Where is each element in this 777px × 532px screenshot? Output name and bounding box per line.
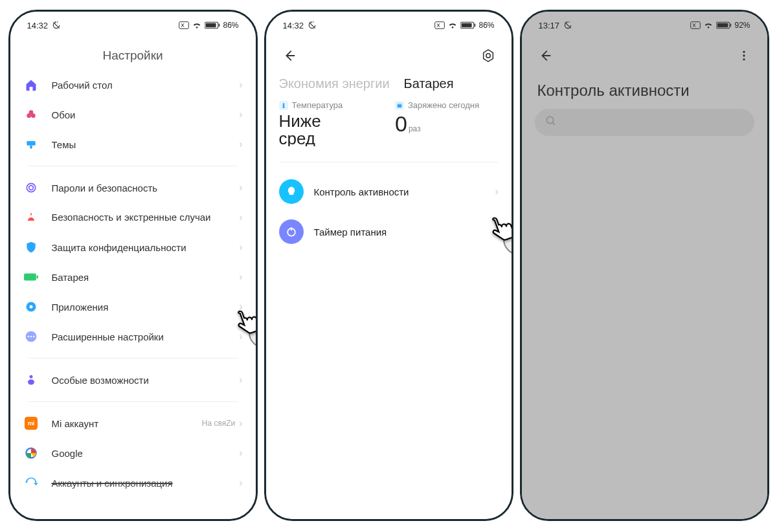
header: Настройки xyxy=(10,34,256,70)
settings-row-passwords[interactable]: Пароли и безопасность › xyxy=(17,173,249,203)
svg-rect-0 xyxy=(179,22,189,29)
status-time: 13:17 xyxy=(539,21,560,30)
wifi-icon xyxy=(703,21,714,29)
status-time: 14:32 xyxy=(27,21,49,30)
fingerprint-icon xyxy=(23,180,39,195)
svg-point-42 xyxy=(546,116,554,124)
battery-icon xyxy=(23,269,39,285)
svg-rect-38 xyxy=(730,24,732,27)
stat-unit: раз xyxy=(409,124,421,133)
svg-point-41 xyxy=(743,58,745,60)
alarm-off-icon xyxy=(308,21,317,30)
svg-rect-30 xyxy=(282,103,284,106)
wifi-icon xyxy=(192,21,202,29)
chevron-right-icon: › xyxy=(239,212,242,223)
temperature-icon xyxy=(279,101,288,110)
row-sublabel: На свяZи xyxy=(202,419,235,428)
alert-icon xyxy=(23,210,39,225)
stat-label: Заряжено сегодня xyxy=(408,100,479,110)
svg-rect-37 xyxy=(717,23,728,27)
header xyxy=(522,34,767,70)
battery-percent: 92% xyxy=(734,21,750,30)
sync-icon xyxy=(23,475,39,491)
stat-label: Температура xyxy=(292,100,343,110)
chevron-right-icon: › xyxy=(239,139,242,150)
battery-icon xyxy=(460,21,476,29)
stat-value-line1: Ниже xyxy=(279,113,383,130)
stat-value-line2: сред xyxy=(279,130,383,146)
svg-rect-26 xyxy=(462,23,472,27)
shield-icon xyxy=(23,239,39,255)
settings-row-desktop[interactable]: Рабочий стол › xyxy=(17,70,249,100)
divider xyxy=(28,401,238,402)
accessibility-icon xyxy=(23,372,39,388)
settings-row-battery[interactable]: Батарея › xyxy=(17,262,249,292)
chevron-right-icon: › xyxy=(239,241,242,253)
row-label: Расширенные настройки xyxy=(52,331,240,342)
phone-battery: 14:32 86% Экономия энергии Батарея xyxy=(264,10,513,521)
row-label: Google xyxy=(52,448,240,459)
settings-row-advanced[interactable]: Расширенные настройки › xyxy=(17,322,249,351)
option-activity-control[interactable]: Контроль активности › xyxy=(266,172,512,212)
tab-battery[interactable]: Батарея xyxy=(404,76,454,91)
svg-point-10 xyxy=(28,186,33,190)
volte-icon xyxy=(434,21,445,29)
mi-icon: mi xyxy=(23,416,39,431)
status-bar: 14:32 86% xyxy=(266,12,512,34)
settings-button[interactable] xyxy=(478,45,499,66)
svg-point-31 xyxy=(282,105,284,107)
battery-icon xyxy=(716,21,732,29)
svg-point-5 xyxy=(27,113,31,118)
flower-icon xyxy=(23,107,39,122)
svg-point-14 xyxy=(29,305,32,309)
svg-rect-33 xyxy=(398,104,402,105)
volte-icon xyxy=(690,21,701,29)
chevron-right-icon: › xyxy=(239,109,242,120)
back-button[interactable] xyxy=(535,45,556,66)
row-label: Аккаунты и синхронизация xyxy=(52,478,240,489)
stat-temperature: Температура Ниже сред xyxy=(279,100,383,146)
svg-point-39 xyxy=(743,51,745,53)
chevron-right-icon: › xyxy=(495,186,498,197)
row-label: Защита конфиденциальности xyxy=(52,242,240,253)
chevron-right-icon: › xyxy=(239,477,242,489)
svg-point-16 xyxy=(27,336,29,338)
tab-power-saving[interactable]: Экономия энергии xyxy=(279,76,390,91)
settings-row-accounts-sync[interactable]: Аккаунты и синхронизация › xyxy=(17,468,249,498)
chevron-right-icon: › xyxy=(239,331,242,342)
row-label: Безопасность и экстренные случаи xyxy=(52,212,240,223)
bulb-icon xyxy=(279,179,304,204)
settings-row-apps[interactable]: Приложения › xyxy=(17,292,249,322)
settings-row-themes[interactable]: Темы › xyxy=(17,129,249,159)
settings-row-google[interactable]: Google › xyxy=(17,438,249,468)
header xyxy=(266,34,512,70)
settings-row-mi-account[interactable]: mi Mi аккаунт На свяZи › xyxy=(17,408,249,438)
battery-percent: 86% xyxy=(223,21,238,30)
svg-point-19 xyxy=(29,375,32,379)
search-input[interactable] xyxy=(535,109,754,136)
gear-icon xyxy=(23,299,39,315)
settings-row-wallpaper[interactable]: Обои › xyxy=(17,100,249,129)
settings-row-privacy[interactable]: Защита конфиденциальности › xyxy=(17,232,249,262)
row-label: Mi аккаунт xyxy=(52,418,202,429)
wifi-icon xyxy=(447,21,458,29)
svg-point-9 xyxy=(27,183,35,192)
status-bar: 14:32 86% xyxy=(10,12,256,34)
volte-icon xyxy=(179,21,189,29)
tabs: Экономия энергии Батарея xyxy=(266,70,512,100)
back-button[interactable] xyxy=(279,45,300,66)
settings-row-emergency[interactable]: Безопасность и экстренные случаи › xyxy=(17,203,249,232)
chevron-right-icon: › xyxy=(239,301,242,313)
alarm-off-icon xyxy=(52,21,61,30)
chevron-right-icon: › xyxy=(495,226,498,238)
battery-percent: 86% xyxy=(479,21,494,30)
stat-charged-today: Заряжено сегодня 0раз xyxy=(395,100,499,146)
divider xyxy=(28,358,238,359)
chevron-right-icon: › xyxy=(239,79,242,91)
chevron-right-icon: › xyxy=(239,374,242,386)
more-button[interactable] xyxy=(734,45,754,66)
svg-rect-24 xyxy=(435,22,445,29)
settings-row-accessibility[interactable]: Особые возможности › xyxy=(17,365,249,395)
status-bar: 13:17 92% xyxy=(522,12,767,34)
option-power-timer[interactable]: Таймер питания › xyxy=(266,212,512,252)
